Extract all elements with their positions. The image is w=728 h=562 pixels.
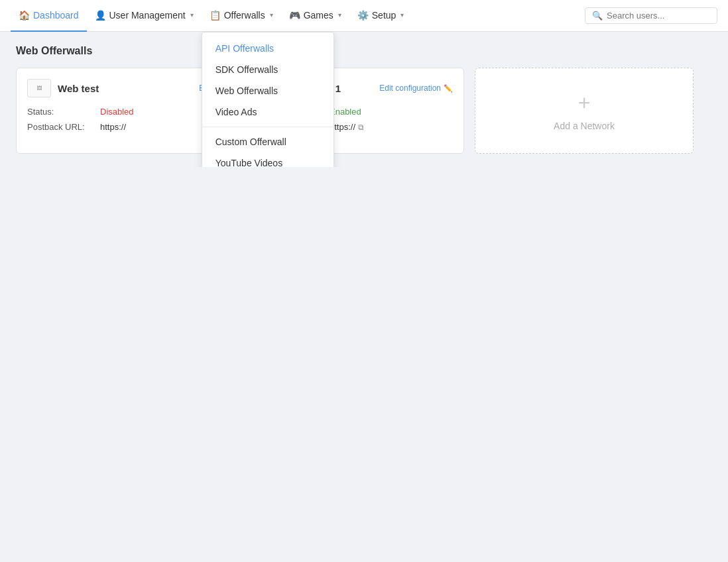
section-title: Web Offerwalls (16, 45, 712, 57)
nav-setup[interactable]: ⚙️ Setup ▾ (349, 0, 412, 32)
card-postback-row-web-test: Postback URL: https:// (27, 122, 223, 132)
chevron-down-icon-games: ▾ (338, 11, 341, 19)
main-content: Web Offerwalls 🖼 Web test Edit co Status… (0, 32, 728, 167)
dropdown-web-offerwalls[interactable]: Web Offerwalls (202, 80, 334, 101)
external-link-icon: ✏️ (444, 84, 453, 93)
card-header-web-test: 🖼 Web test Edit co (27, 79, 223, 97)
dropdown-divider-1 (202, 127, 334, 127)
navbar: 🏠 Dashboard 👤 User Management ▾ 📋 Offerw… (0, 0, 728, 32)
card-status-row-web-test: Status: Disabled (27, 107, 223, 117)
postback-url-container-vip-tasks: https:// ⧉ (330, 122, 364, 132)
nav-offerwalls[interactable]: 📋 Offerwalls ▾ API Offerwalls SDK Offerw… (202, 0, 281, 32)
card-edit-config-link-vip-tasks[interactable]: Edit configuration ✏️ (379, 84, 453, 93)
copy-icon-vip-tasks[interactable]: ⧉ (358, 123, 364, 132)
card-status-value-vip-tasks: Enabled (330, 107, 361, 117)
add-network-card[interactable]: + Add a Network (475, 68, 694, 154)
card-title-web-test: Web test (58, 83, 99, 94)
chevron-down-icon-offerwalls: ▾ (270, 11, 273, 19)
edit-config-label-vip-tasks: Edit configuration (379, 84, 441, 93)
chevron-down-icon-setup: ▾ (400, 11, 404, 19)
search-box: 🔍 (585, 7, 717, 24)
nav-games[interactable]: 🎮 Games ▾ (281, 0, 349, 32)
nav-dashboard-label: Dashboard (33, 10, 79, 21)
dropdown-sdk-offerwalls[interactable]: SDK Offerwalls (202, 59, 334, 80)
gear-icon: ⚙️ (357, 10, 369, 21)
search-icon: 🔍 (592, 11, 603, 21)
dropdown-youtube-videos[interactable]: YouTube Videos (202, 152, 334, 168)
nav-user-management-label: User Management (109, 10, 186, 21)
user-icon: 👤 (95, 10, 106, 21)
card-status-value-web-test: Disabled (100, 107, 134, 117)
nav-games-label: Games (304, 10, 334, 21)
card-postback-label-web-test: Postback URL: (27, 122, 100, 132)
nav-offerwalls-label: Offerwalls (224, 10, 265, 21)
card-postback-value-web-test: https:// (100, 122, 126, 132)
offerwalls-icon: 📋 (210, 10, 221, 21)
nav-user-management[interactable]: 👤 User Management ▾ (87, 0, 202, 32)
dropdown-video-ads[interactable]: Video Ads (202, 101, 334, 123)
add-network-label: Add a Network (554, 121, 615, 131)
postback-url-container-web-test: https:// (100, 122, 126, 132)
nav-dashboard[interactable]: 🏠 Dashboard (11, 0, 87, 32)
add-network-plus-icon: + (578, 91, 591, 115)
cards-row: 🖼 Web test Edit co Status: Disabled Post… (16, 68, 712, 154)
offerwalls-dropdown: API Offerwalls SDK Offerwalls Web Offerw… (202, 32, 334, 168)
logo-broken-img-icon: 🖼 (36, 85, 42, 91)
chevron-down-icon: ▾ (190, 11, 194, 19)
card-logo-web-test: 🖼 (27, 79, 51, 97)
search-input[interactable] (607, 11, 710, 21)
card-status-label-web-test: Status: (27, 107, 100, 117)
games-icon: 🎮 (289, 10, 300, 21)
nav-setup-label: Setup (372, 10, 396, 21)
dropdown-api-offerwalls[interactable]: API Offerwalls (202, 38, 334, 59)
dropdown-custom-offerwall[interactable]: Custom Offerwall (202, 131, 334, 152)
home-icon: 🏠 (19, 10, 30, 21)
